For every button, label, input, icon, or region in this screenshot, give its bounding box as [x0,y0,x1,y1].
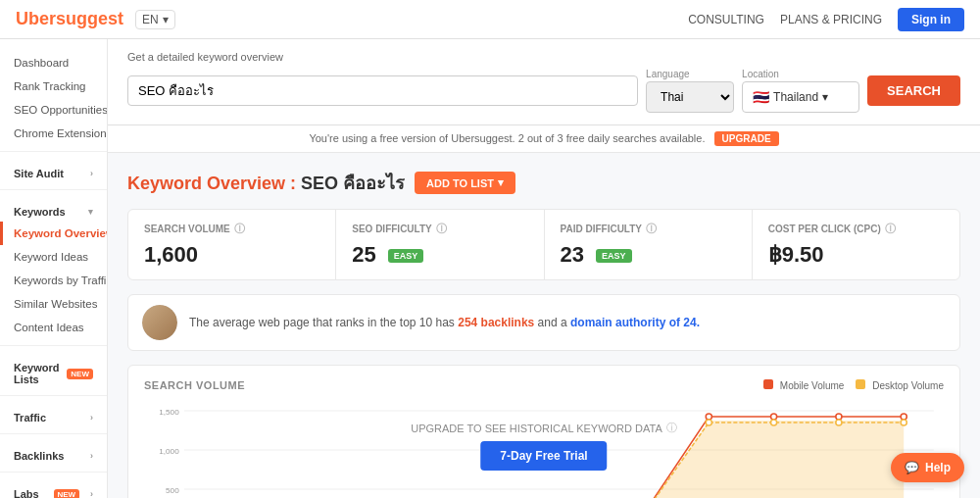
avatar [142,305,177,340]
sidebar-section-keyword-lists[interactable]: Keyword Lists NEW [0,352,107,389]
legend-desktop: Desktop Volume [856,379,944,391]
sidebar-item-similar-websites[interactable]: Similar Websites [0,292,107,316]
chart-area: UPGRADE TO SEE HISTORICAL KEYWORD DATA ⓘ… [144,401,944,498]
chart-title: SEARCH VOLUME [144,379,245,391]
chevron-right-icon: › [90,169,93,178]
sidebar-section-labs[interactable]: Labs NEW › [0,478,107,498]
svg-point-29 [901,420,906,425]
kw-keyword: SEO คืออะไร [301,174,405,193]
sidebar-item-content-ideas[interactable]: Content Ideas [0,316,107,339]
info-text-middle: and a [538,316,567,329]
chevron-down-icon: ▾ [163,13,169,26]
sidebar-item-keywords-by-traffic[interactable]: Keywords by Traffic [0,269,107,292]
sidebar-item-rank-tracking[interactable]: Rank Tracking [0,75,107,98]
search-row: Language Thai English Location 🇹🇭 Thaila… [127,69,960,113]
svg-point-24 [836,414,842,420]
sidebar-section-traffic[interactable]: Traffic › [0,402,107,427]
sidebar-section-site-audit[interactable]: Site Audit › [0,158,107,183]
info-text: The average web page that ranks in the t… [189,316,700,329]
chart-header: SEARCH VOLUME Mobile Volume Desktop Volu… [144,379,944,391]
sidebar-section-backlinks[interactable]: Backlinks › [0,440,107,466]
labs-label: Labs [14,488,39,498]
info-icon-cpc[interactable]: ⓘ [885,222,896,236]
site-audit-label: Site Audit [14,168,64,179]
sidebar-divider [0,151,107,152]
pricing-link[interactable]: PLANS & PRICING [780,13,882,26]
chart-section: SEARCH VOLUME Mobile Volume Desktop Volu… [127,365,960,498]
svg-point-22 [706,414,711,420]
kw-title-prefix: Keyword Overview [127,174,285,193]
location-value: Thailand [773,90,818,104]
keywords-label: Keywords [14,206,66,218]
sidebar-item-dashboard[interactable]: Dashboard [0,51,107,75]
info-icon-seo[interactable]: ⓘ [436,222,447,236]
lang-label: EN [142,13,159,26]
location-select[interactable]: 🇹🇭 Thailand ▾ [742,81,859,113]
language-select[interactable]: Thai English [646,81,734,113]
svg-text:1,000: 1,000 [159,447,179,456]
sidebar-divider-3 [0,345,107,346]
sidebar-item-chrome-extension[interactable]: Chrome Extension [0,122,107,145]
add-to-list-button[interactable]: ADD TO LIST ▾ [415,172,515,194]
flag-icon: 🇹🇭 [753,89,769,105]
topnav-right: CONSULTING PLANS & PRICING Sign in [688,8,964,31]
kw-title: Keyword Overview : SEO คืออะไร [127,169,405,197]
chevron-down-icon-kw: ▾ [88,207,93,217]
seo-difficulty-badge: EASY [388,249,424,263]
stat-card-seo-difficulty: SEO DIFFICULTY ⓘ 25 EASY [336,210,544,279]
kw-separator: : [290,174,301,193]
stat-label-seo-difficulty: SEO DIFFICULTY ⓘ [352,222,527,236]
banner-count: 2 out of 3 free daily searches available… [518,132,706,144]
stat-value-seo-difficulty: 25 EASY [352,242,527,268]
stat-card-cpc: COST PER CLICK (CPC) ⓘ ฿9.50 [753,210,959,279]
sidebar-divider-5 [0,433,107,434]
help-button[interactable]: 💬 Help [891,453,964,482]
info-icon-paid[interactable]: ⓘ [646,222,657,236]
chevron-right-icon-backlinks: › [90,451,93,461]
info-text-before: The average web page that ranks in the t… [189,316,455,329]
sidebar-item-keyword-overview[interactable]: Keyword Overview [0,222,107,245]
sidebar: Dashboard Rank Tracking SEO Opportunitie… [0,39,108,498]
avatar-image [142,305,177,340]
sidebar-item-seo-opportunities[interactable]: SEO Opportunities [0,98,107,122]
lang-selector[interactable]: EN ▾ [135,10,175,29]
help-icon: 💬 [905,461,919,474]
svg-point-26 [706,420,711,425]
upgrade-banner: You're using a free version of Ubersugge… [108,125,980,153]
mobile-volume-dot [763,379,773,389]
topnav-left: Ubersuggest EN ▾ [16,9,175,29]
stat-value-search-volume: 1,600 [144,242,319,268]
chart-upgrade-overlay: UPGRADE TO SEE HISTORICAL KEYWORD DATA ⓘ… [411,421,677,471]
search-button[interactable]: SEARCH [867,75,960,106]
svg-point-28 [836,420,842,425]
domain-auth-highlight: domain authority of 24. [570,316,700,329]
banner-text: You're using a free version of Ubersugge… [309,132,514,144]
banner-upgrade-button[interactable]: UPGRADE [714,131,779,146]
sidebar-section-keywords[interactable]: Keywords ▾ [0,196,107,222]
free-trial-button[interactable]: 7-Day Free Trial [480,441,607,471]
help-label: Help [925,461,951,474]
svg-point-23 [771,414,777,420]
sidebar-item-keyword-ideas[interactable]: Keyword Ideas [0,245,107,269]
consulting-link[interactable]: CONSULTING [688,13,764,26]
stat-value-cpc: ฿9.50 [768,242,944,268]
desktop-volume-label: Desktop Volume [872,380,944,391]
main-layout: Dashboard Rank Tracking SEO Opportunitie… [0,39,980,498]
chevron-down-icon-loc: ▾ [822,90,828,104]
stat-label-search-volume: SEARCH VOLUME ⓘ [144,222,319,236]
chart-upgrade-text: UPGRADE TO SEE HISTORICAL KEYWORD DATA ⓘ [411,421,677,435]
info-icon-sv[interactable]: ⓘ [234,222,245,236]
search-label: Get a detailed keyword overview [127,51,960,63]
keyword-overview-section: Keyword Overview : SEO คืออะไร ADD TO LI… [108,153,980,498]
search-section: Get a detailed keyword overview Language… [108,39,980,125]
svg-text:500: 500 [166,486,179,495]
paid-difficulty-badge: EASY [596,249,632,263]
svg-point-27 [771,420,777,425]
signin-button[interactable]: Sign in [898,8,964,31]
search-input[interactable] [127,75,638,106]
info-icon-chart[interactable]: ⓘ [666,421,677,435]
backlinks-label: Backlinks [14,450,64,462]
stat-card-paid-difficulty: PAID DIFFICULTY ⓘ 23 EASY [545,210,753,279]
stat-label-paid-difficulty: PAID DIFFICULTY ⓘ [561,222,736,236]
legend-mobile: Mobile Volume [763,379,844,391]
